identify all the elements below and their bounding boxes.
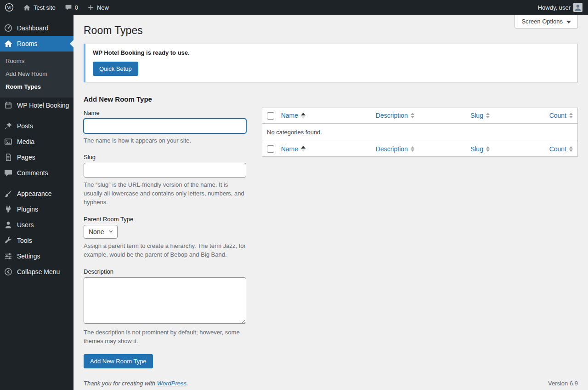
comments-bubble-icon	[65, 4, 72, 11]
collapse-menu-icon	[4, 267, 13, 276]
sidebar-item-settings[interactable]: Settings	[0, 248, 74, 264]
sidebar-item-appearance[interactable]: Appearance	[0, 186, 74, 201]
description-textarea[interactable]	[84, 277, 246, 324]
submenu-item-room-types[interactable]: Room Types	[0, 80, 74, 93]
parent-help: Assign a parent term to create a hierarc…	[84, 242, 246, 259]
sidebar-item-label: Comments	[17, 169, 48, 177]
empty-state-row: No categories found.	[262, 123, 578, 141]
table-header-row: Name Description	[262, 108, 578, 123]
plus-icon	[87, 4, 94, 11]
description-label: Description	[84, 268, 246, 275]
sidebar-item-label: Media	[17, 138, 34, 145]
sidebar-item-label: Tools	[17, 237, 32, 244]
sort-asc-icon	[301, 146, 305, 152]
footer-version: Version 6.9	[548, 380, 578, 387]
slug-label: Slug	[84, 154, 246, 161]
sort-by-description[interactable]: Description	[376, 145, 414, 153]
room-types-table: Name Description	[262, 108, 578, 157]
notice-message: WP Hotel Booking is ready to use.	[93, 49, 570, 56]
empty-state-message: No categories found.	[262, 123, 578, 141]
svg-text:W: W	[7, 5, 11, 10]
wordpress-logo-icon: W	[5, 3, 14, 12]
posts-icon	[4, 121, 13, 131]
sidebar-item-label: WP Hotel Booking	[17, 102, 69, 109]
sort-icon	[569, 146, 573, 152]
sort-icon	[569, 113, 573, 118]
sort-icon	[486, 146, 490, 152]
chevron-down-icon	[108, 229, 113, 234]
pages-icon	[4, 153, 13, 162]
sidebar-item-comments[interactable]: Comments	[0, 165, 74, 181]
submenu-item-add-new-room[interactable]: Add New Room	[0, 68, 74, 80]
comments-icon	[4, 168, 13, 178]
sidebar-item-collapse-menu[interactable]: Collapse Menu	[0, 264, 74, 280]
avatar	[573, 3, 582, 12]
tools-icon	[4, 236, 13, 245]
sidebar-item-label: Users	[17, 221, 34, 229]
dashboard-icon	[4, 23, 13, 33]
sidebar-item-users[interactable]: Users	[0, 217, 74, 233]
select-all-checkbox-bottom[interactable]	[267, 145, 274, 153]
admin-footer: Thank you for creating with WordPress. V…	[84, 380, 578, 387]
sidebar-item-label: Collapse Menu	[17, 268, 60, 275]
account-menu[interactable]: Howdy, user	[533, 0, 588, 15]
media-icon	[4, 137, 13, 146]
select-all-checkbox[interactable]	[267, 112, 274, 120]
sort-asc-icon	[301, 113, 305, 119]
comments-menu[interactable]: 0	[60, 0, 83, 15]
comments-count: 0	[75, 4, 78, 11]
sidebar-item-media[interactable]: Media	[0, 134, 74, 149]
sort-icon	[411, 113, 414, 118]
slug-help: The “slug” is the URL-friendly version o…	[84, 181, 246, 207]
new-content-menu[interactable]: New	[83, 0, 113, 15]
chevron-down-icon	[566, 21, 571, 23]
footer-thanks: Thank you for creating with WordPress.	[84, 380, 188, 387]
sort-by-name[interactable]: Name	[281, 112, 305, 119]
sidebar-item-label: Appearance	[17, 190, 52, 197]
users-icon	[4, 220, 13, 229]
rooms-submenu: Rooms Add New Room Room Types	[0, 52, 74, 98]
sort-by-count[interactable]: Count	[549, 112, 573, 119]
sidebar-item-plugins[interactable]: Plugins	[0, 201, 74, 217]
sort-by-count[interactable]: Count	[549, 145, 573, 153]
submenu-item-rooms[interactable]: Rooms	[0, 55, 74, 68]
sort-by-description[interactable]: Description	[376, 112, 414, 119]
sidebar-item-label: Rooms	[17, 40, 37, 47]
sort-icon	[486, 113, 490, 118]
sidebar-item-tools[interactable]: Tools	[0, 233, 74, 248]
sidebar-item-dashboard[interactable]: Dashboard	[0, 20, 74, 36]
site-name-label: Test site	[34, 4, 56, 11]
slug-input[interactable]	[84, 163, 246, 178]
sort-by-slug[interactable]: Slug	[470, 112, 490, 119]
name-help: The name is how it appears on your site.	[84, 137, 246, 145]
wordpress-link[interactable]: WordPress	[157, 380, 187, 387]
wordpress-logo-menu[interactable]: W	[0, 0, 18, 15]
parent-room-type-select[interactable]: None	[84, 225, 118, 239]
rooms-icon	[4, 39, 13, 48]
site-name-menu[interactable]: Test site	[18, 0, 60, 15]
sidebar-item-label: Settings	[17, 252, 40, 260]
sidebar-item-label: Pages	[17, 154, 35, 161]
quick-setup-button[interactable]: Quick Setup	[93, 62, 138, 76]
terms-list: Name Description	[262, 108, 578, 157]
sidebar-item-pages[interactable]: Pages	[0, 149, 74, 165]
setup-notice: WP Hotel Booking is ready to use. Quick …	[84, 44, 578, 82]
add-term-form: Add New Room Type Name The name is how i…	[84, 92, 246, 369]
table-footer-row: Name Description	[262, 141, 578, 156]
sidebar-item-wp-hotel-booking[interactable]: WP Hotel Booking	[0, 98, 74, 113]
main-content: Screen Options Room Types WP Hotel Booki…	[74, 15, 588, 390]
sort-icon	[411, 146, 414, 152]
sort-by-name[interactable]: Name	[281, 145, 305, 153]
sidebar-item-label: Dashboard	[17, 24, 49, 32]
parent-select-value: None	[89, 228, 104, 235]
home-icon	[23, 4, 31, 11]
sidebar-item-label: Plugins	[17, 206, 38, 213]
sort-by-slug[interactable]: Slug	[470, 145, 490, 153]
name-input[interactable]	[84, 119, 246, 133]
settings-icon	[4, 252, 13, 261]
sidebar-item-rooms[interactable]: Rooms	[0, 36, 74, 52]
screen-options-toggle[interactable]: Screen Options	[514, 15, 578, 29]
add-new-room-type-button[interactable]: Add New Room Type	[84, 354, 153, 368]
add-new-room-type-heading: Add New Room Type	[84, 95, 246, 103]
sidebar-item-posts[interactable]: Posts	[0, 118, 74, 134]
